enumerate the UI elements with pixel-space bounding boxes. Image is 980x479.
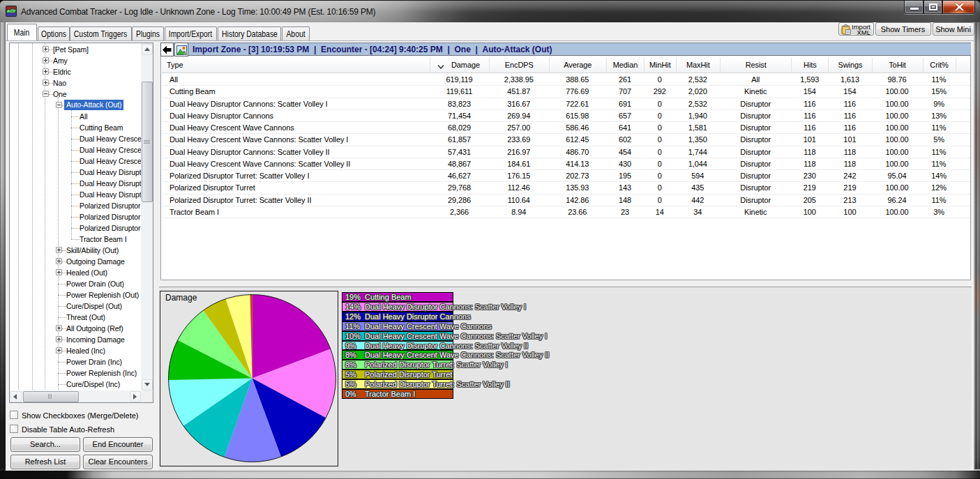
svg-text:ACT: ACT [7,9,15,13]
